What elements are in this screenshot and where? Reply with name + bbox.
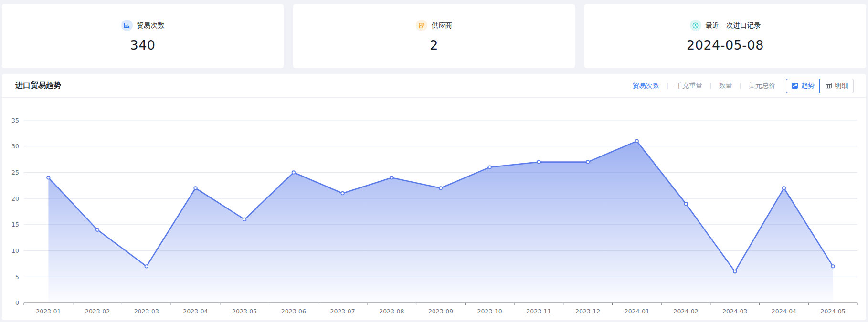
- y-axis-tick-label: 35: [11, 117, 19, 124]
- bar-chart-icon: [121, 20, 133, 31]
- trend-chart-icon: [791, 82, 798, 89]
- x-axis-tick-label: 2023-06: [281, 308, 306, 315]
- tab-usd-total[interactable]: 美元总价: [749, 82, 775, 90]
- stat-label: 最近一次进口记录: [706, 21, 761, 30]
- import-trend-panel: 进口贸易趋势 贸易次数 | 千克重量 | 数量 | 美元总价: [2, 74, 866, 320]
- data-point-marker: [194, 187, 197, 189]
- data-point-marker: [96, 229, 99, 231]
- tab-quantity[interactable]: 数量: [719, 82, 732, 90]
- stat-cards-row: 贸易次数 340 供应商 2 最近一次进口记录: [0, 0, 868, 68]
- stat-value-trade-count: 340: [130, 38, 155, 52]
- metric-tabs: 贸易次数 | 千克重量 | 数量 | 美元总价: [633, 82, 775, 90]
- tab-separator: |: [709, 82, 711, 89]
- x-axis-tick-label: 2024-03: [722, 308, 747, 315]
- trend-view-button[interactable]: 趋势: [786, 79, 820, 93]
- x-axis-tick-label: 2023-02: [85, 308, 110, 315]
- x-axis-tick-label: 2023-05: [232, 308, 257, 315]
- data-point-marker: [439, 187, 442, 189]
- x-axis-tick-label: 2023-01: [36, 308, 61, 315]
- data-point-marker: [733, 270, 736, 273]
- stat-card-last-import: 最近一次进口记录 2024-05-08: [584, 4, 866, 68]
- data-point-marker: [831, 265, 834, 268]
- table-icon: [825, 82, 832, 89]
- x-axis-tick-label: 2023-07: [330, 308, 355, 315]
- stat-label: 供应商: [432, 21, 453, 30]
- x-axis-tick-label: 2024-02: [673, 308, 698, 315]
- x-axis-tick-label: 2024-04: [772, 308, 796, 315]
- data-point-marker: [243, 218, 246, 221]
- trend-area-chart-svg: 051015202530352023-012023-022023-032023-…: [2, 98, 866, 320]
- y-axis-tick-label: 25: [11, 169, 19, 176]
- stat-value-suppliers: 2: [430, 38, 438, 52]
- tab-trade-count[interactable]: 贸易次数: [633, 82, 659, 90]
- store-icon: [416, 20, 427, 31]
- tab-kg-weight[interactable]: 千克重量: [676, 82, 702, 90]
- y-axis-tick-label: 10: [11, 247, 19, 254]
- x-axis-tick-label: 2023-03: [134, 308, 159, 315]
- y-axis-tick-label: 0: [15, 299, 19, 306]
- y-axis-tick-label: 30: [11, 143, 19, 150]
- x-axis-tick-label: 2023-12: [575, 308, 600, 315]
- stat-value-last-import: 2024-05-08: [687, 38, 764, 52]
- y-axis-tick-label: 20: [11, 195, 19, 202]
- view-button-label: 趋势: [801, 82, 815, 90]
- view-button-label: 明细: [835, 82, 848, 90]
- stat-card-trade-count: 贸易次数 340: [2, 4, 284, 68]
- data-point-marker: [292, 171, 295, 174]
- detail-view-button[interactable]: 明细: [820, 79, 854, 93]
- x-axis-tick-label: 2023-08: [379, 308, 404, 315]
- stat-card-suppliers: 供应商 2: [293, 4, 575, 68]
- x-axis-tick-label: 2023-04: [183, 308, 208, 315]
- trend-area-chart: 051015202530352023-012023-022023-032023-…: [2, 98, 866, 320]
- data-point-marker: [684, 202, 687, 205]
- data-point-marker: [586, 160, 589, 163]
- x-axis-tick-label: 2024-01: [625, 308, 649, 315]
- x-axis-tick-label: 2023-11: [526, 308, 551, 315]
- data-point-marker: [783, 187, 785, 189]
- data-point-marker: [341, 192, 344, 195]
- y-axis-tick-label: 5: [15, 273, 19, 280]
- data-point-marker: [537, 160, 540, 163]
- x-axis-tick-label: 2023-10: [477, 308, 502, 315]
- tab-separator: |: [740, 82, 741, 89]
- tab-separator: |: [667, 82, 668, 89]
- data-point-marker: [488, 166, 491, 168]
- x-axis-tick-label: 2024-05: [821, 308, 846, 315]
- data-point-marker: [635, 140, 638, 143]
- data-point-marker: [390, 176, 393, 179]
- data-point-marker: [47, 176, 50, 179]
- stat-label: 贸易次数: [137, 21, 165, 30]
- series-area-fill: [48, 141, 833, 303]
- data-point-marker: [145, 265, 148, 268]
- view-switch: 趋势 明细: [786, 79, 854, 93]
- y-axis-tick-label: 15: [11, 221, 19, 228]
- panel-header: 进口贸易趋势 贸易次数 | 千克重量 | 数量 | 美元总价: [2, 74, 866, 98]
- clock-icon: [690, 20, 701, 31]
- panel-title: 进口贸易趋势: [15, 81, 61, 91]
- x-axis-tick-label: 2023-09: [428, 308, 453, 315]
